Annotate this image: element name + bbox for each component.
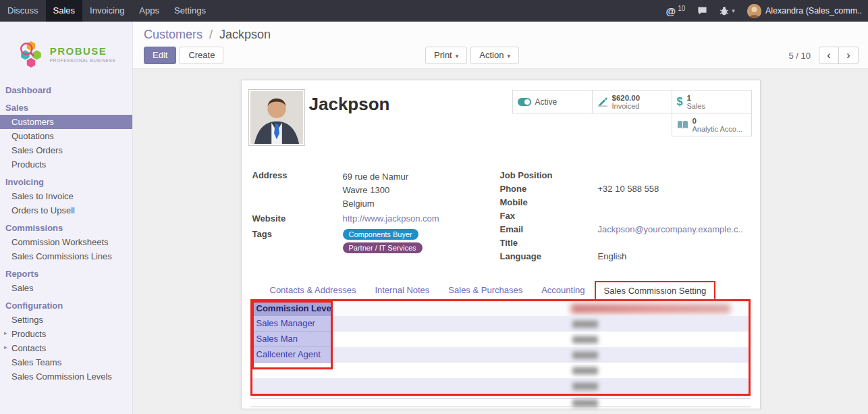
mention-count: 10 xyxy=(678,5,685,12)
active-toggle-icon xyxy=(518,98,531,106)
sidebar-heading-commissions[interactable]: Commissions xyxy=(0,221,132,235)
pencil-icon xyxy=(597,97,608,107)
chevron-down-icon: ▾ xyxy=(456,53,459,59)
redacted-value-cell xyxy=(333,363,749,378)
redacted-value-cell xyxy=(333,347,749,363)
sidebar-heading-reports[interactable]: Reports xyxy=(0,267,132,281)
sidebar-item-sales-teams[interactable]: Sales Teams xyxy=(0,355,132,369)
redacted-header-cell xyxy=(333,301,749,316)
address-label: Address xyxy=(252,170,343,211)
website-link[interactable]: http://www.jackpson.com xyxy=(343,213,439,224)
sidebar-item-sales-commissions-lines[interactable]: Sales Commissions Lines xyxy=(0,249,132,263)
app-apps[interactable]: Apps xyxy=(132,0,167,22)
sidebar-item-sales-report[interactable]: Sales xyxy=(0,281,132,295)
print-dropdown[interactable]: Print▾ xyxy=(425,47,467,64)
action-buttons: Print▾ Action▾ xyxy=(425,47,519,64)
tags-label: Tags xyxy=(252,229,343,253)
analytic-accounts-stat-button[interactable]: 0 Analytic Acco... xyxy=(672,113,752,136)
tags-field: Components Buyer Partner / IT Services xyxy=(343,229,423,253)
action-dropdown[interactable]: Action▾ xyxy=(470,47,519,64)
sidebar-item-orders-to-upsell[interactable]: Orders to Upsell xyxy=(0,203,132,217)
active-toggle-button[interactable]: Active xyxy=(512,90,593,113)
address-line: Belgium xyxy=(343,197,409,211)
tab-sales-purchases[interactable]: Sales & Purchases xyxy=(439,280,532,300)
commission-level-cell[interactable]: Callcenter Agent xyxy=(252,347,333,363)
messages-button[interactable] xyxy=(691,0,713,22)
user-menu[interactable]: Alexandra (Sales_comm.. xyxy=(741,0,868,22)
invoiced-stat-button[interactable]: $620.00 Invoiced xyxy=(592,90,672,113)
sidebar-item-commission-worksheets[interactable]: Commission Worksheets xyxy=(0,235,132,249)
phone-label: Phone xyxy=(500,184,598,195)
form-view: Jackpson Active $620.00 Invoiced xyxy=(133,69,868,414)
redacted-value-blur xyxy=(572,367,598,374)
tag-partner-it-services[interactable]: Partner / IT Services xyxy=(343,242,423,253)
pager: 5 / 10 ‹ › xyxy=(788,47,859,64)
sidebar-item-sales-orders[interactable]: Sales Orders xyxy=(0,143,132,157)
commission-level-cell[interactable]: Sales Man xyxy=(252,332,333,347)
main-area: Customers / Jackpson Edit Create Print▾ … xyxy=(133,22,868,414)
sales-label: Sales xyxy=(686,102,705,110)
title-label: Title xyxy=(500,238,598,249)
tab-sales-commission-setting[interactable]: Sales Commission Setting xyxy=(595,281,716,301)
breadcrumb: Customers / Jackpson xyxy=(144,28,271,42)
sales-stat-button[interactable]: $ 1 Sales xyxy=(672,90,752,113)
email-link[interactable]: Jackpson@yourcompany.example.c.. xyxy=(598,224,743,235)
sidebar-item-settings[interactable]: Settings xyxy=(0,313,132,327)
table-row[interactable]: Sales Manager xyxy=(252,316,749,332)
sidebar-menu: Dashboard Sales Customers Quotations Sal… xyxy=(0,83,132,384)
mentions-button[interactable]: @ 10 xyxy=(660,0,692,22)
invoiced-amount: $620.00 xyxy=(612,94,641,102)
redacted-value-cell xyxy=(333,378,749,394)
redacted-value-blur xyxy=(572,399,598,407)
sidebar-item-contacts[interactable]: ▸Contacts xyxy=(0,341,132,355)
commission-level-cell[interactable]: Sales Manager xyxy=(252,316,333,332)
table-row[interactable] xyxy=(252,363,749,378)
action-label: Action xyxy=(479,50,504,60)
tab-accounting[interactable]: Accounting xyxy=(532,280,594,300)
pager-buttons: ‹ › xyxy=(819,47,859,64)
email-label: Email xyxy=(500,224,598,235)
table-row[interactable]: Callcenter Agent xyxy=(252,347,749,363)
pager-previous-button[interactable]: ‹ xyxy=(819,47,839,64)
sales-count: 1 xyxy=(686,94,705,102)
user-name: Alexandra (Sales_comm.. xyxy=(765,6,862,16)
redacted-value-blur xyxy=(572,336,598,343)
breadcrumb-customers[interactable]: Customers xyxy=(144,28,202,41)
debug-menu[interactable]: ▾ xyxy=(713,0,741,22)
sidebar-item-quotations[interactable]: Quotations xyxy=(0,129,132,143)
create-button[interactable]: Create xyxy=(180,47,223,64)
app-settings[interactable]: Settings xyxy=(167,0,213,22)
sidebar-heading-dashboard[interactable]: Dashboard xyxy=(0,83,132,97)
website-label: Website xyxy=(252,213,343,224)
analytic-count: 0 xyxy=(693,117,743,125)
table-row[interactable]: Sales Man xyxy=(252,332,749,347)
table-footer-row xyxy=(250,398,751,407)
stat-buttons: Active $620.00 Invoiced $ xyxy=(510,90,752,136)
pager-next-button[interactable]: › xyxy=(838,47,859,64)
commission-level-cell xyxy=(252,378,333,394)
sidebar-item-products-sales[interactable]: Products xyxy=(0,157,132,172)
redacted-value-blur xyxy=(572,320,598,328)
app-discuss[interactable]: Discuss xyxy=(0,0,46,22)
app-invoicing[interactable]: Invoicing xyxy=(82,0,132,22)
sidebar-item-products-config[interactable]: ▸Products xyxy=(0,327,132,341)
record-buttons: Edit Create xyxy=(144,47,223,64)
edit-button[interactable]: Edit xyxy=(144,47,176,64)
customer-photo[interactable] xyxy=(248,89,305,146)
chat-icon xyxy=(697,6,707,16)
sidebar-heading-invoicing[interactable]: Invoicing xyxy=(0,175,132,189)
top-navbar: Discuss Sales Invoicing Apps Settings @ … xyxy=(0,0,868,22)
tab-internal-notes[interactable]: Internal Notes xyxy=(365,280,439,300)
sidebar-heading-configuration[interactable]: Configuration xyxy=(0,299,132,313)
tag-components-buyer[interactable]: Components Buyer xyxy=(343,229,418,240)
sidebar-item-customers[interactable]: Customers xyxy=(0,115,132,129)
redacted-value-cell xyxy=(333,332,749,347)
app-sales[interactable]: Sales xyxy=(46,0,83,22)
tab-contacts-addresses[interactable]: Contacts & Addresses xyxy=(261,280,366,300)
table-row[interactable] xyxy=(252,378,749,394)
systray: @ 10 ▾ Alexandra (Sales_comm.. xyxy=(660,0,868,22)
sidebar-item-sales-commission-levels[interactable]: Sales Commission Levels xyxy=(0,369,132,384)
sidebar-item-sales-to-invoice[interactable]: Sales to Invoice xyxy=(0,189,132,203)
sidebar-heading-sales[interactable]: Sales xyxy=(0,101,132,115)
commission-level-header[interactable]: Commission Level xyxy=(252,301,333,316)
